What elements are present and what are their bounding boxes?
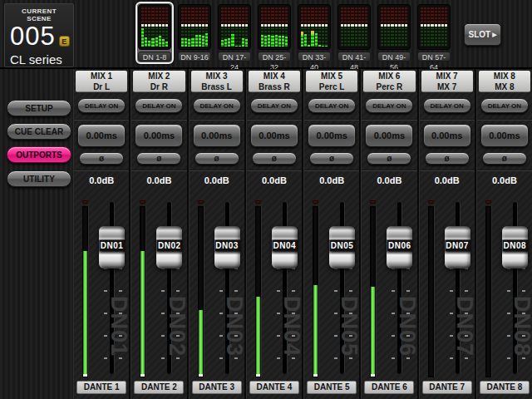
delay-on-button[interactable]: DELAY ON <box>480 98 529 113</box>
channel-meter <box>198 206 204 377</box>
channel-watermark: DN03 <box>224 296 245 379</box>
port-label-button[interactable]: DANTE 1 <box>76 381 126 394</box>
delay-on-button[interactable]: DELAY ON <box>308 98 356 113</box>
top-bar: CURRENT SCENE 005 E CL series DN 1-8 DN … <box>0 0 532 69</box>
meter-column <box>347 7 350 47</box>
peak-tip <box>301 32 303 35</box>
phase-button[interactable]: ø <box>482 152 527 165</box>
port-label-button[interactable]: DANTE 6 <box>364 381 414 394</box>
meter-block[interactable]: DN 17-24 <box>215 2 254 64</box>
meter-block[interactable]: DN 1-8 <box>135 2 174 64</box>
cue-clear-button[interactable]: CUE CLEAR <box>7 123 71 140</box>
delay-time-button[interactable]: 0.00ms <box>308 124 356 147</box>
meter-zone-white <box>165 24 168 27</box>
delay-on-button[interactable]: DELAY ON <box>77 98 126 113</box>
setup-button[interactable]: SETUP <box>7 100 71 116</box>
meter-column <box>261 7 264 47</box>
meter-column <box>424 7 426 47</box>
section-divider <box>190 170 244 171</box>
fader-knob[interactable]: DN07 <box>445 226 470 268</box>
meter-zone-white <box>191 24 194 27</box>
fader-knob[interactable]: DN02 <box>156 226 182 268</box>
meter-bank: DN 1-8 DN 9-16 DN 17-24 DN 25-32 DN 33-4… <box>135 2 453 64</box>
utility-button[interactable]: UTILITY <box>7 170 71 187</box>
phase-button[interactable]: ø <box>425 152 470 165</box>
current-scene-panel[interactable]: CURRENT SCENE 005 E CL series <box>4 3 74 67</box>
meter-block[interactable]: DN 57-64 <box>415 2 453 64</box>
phase-button[interactable]: ø <box>252 152 297 165</box>
clip-indicator <box>255 200 261 204</box>
meter-zone-white <box>271 24 273 27</box>
channel-name-button[interactable]: MIX 5 Perc L <box>306 71 357 92</box>
channel-name-button[interactable]: MIX 6 Perc R <box>363 71 415 92</box>
channel-name-button[interactable]: MIX 2 Dr R <box>133 71 185 92</box>
delay-on-button[interactable]: DELAY ON <box>423 98 471 113</box>
channel-name-button[interactable]: MIX 4 Brass R <box>249 71 300 92</box>
meter-block[interactable]: DN 33-40 <box>295 2 333 64</box>
meter-block[interactable]: DN 41-48 <box>335 2 373 64</box>
meter-zone-green <box>271 27 273 47</box>
meter-zone-green <box>401 27 404 47</box>
delay-time-button[interactable]: 0.00ms <box>193 124 241 147</box>
channel-name-button[interactable]: MIX 7 MX 7 <box>421 71 473 92</box>
channel-number-label: MIX 4 <box>249 71 300 81</box>
phase-button[interactable]: ø <box>195 152 239 165</box>
meter-zone-green <box>308 27 310 47</box>
delay-time-button[interactable]: 0.00ms <box>480 124 529 147</box>
meter-zone-white <box>285 24 288 27</box>
port-label-button[interactable]: DANTE 3 <box>192 381 242 394</box>
phase-button[interactable]: ø <box>309 152 354 165</box>
meter-column <box>145 7 147 47</box>
delay-time-button[interactable]: 0.00ms <box>365 124 413 147</box>
fader-knob[interactable]: DN03 <box>214 226 240 268</box>
delay-time-button[interactable]: 0.00ms <box>135 124 183 147</box>
phase-button[interactable]: ø <box>79 152 124 165</box>
meter-zone-green <box>268 27 270 47</box>
meter-zone-green <box>261 27 264 47</box>
port-label-button[interactable]: DANTE 5 <box>307 381 357 394</box>
delay-on-button[interactable]: DELAY ON <box>250 98 298 113</box>
delay-on-button[interactable]: DELAY ON <box>193 98 241 113</box>
port-label-button[interactable]: DANTE 8 <box>480 381 530 394</box>
section-divider <box>362 119 416 121</box>
meter-zone-red <box>445 7 447 23</box>
fader-knob[interactable]: DN01 <box>99 226 125 268</box>
meter-zone-white <box>325 24 328 27</box>
meter-column <box>405 7 407 47</box>
console-model-label: CL series <box>10 52 70 66</box>
channel-name-button[interactable]: MIX 8 MX 8 <box>479 71 530 92</box>
channel-name-button[interactable]: MIX 1 Dr L <box>76 71 127 92</box>
meter-block[interactable]: DN 9-16 <box>175 2 214 64</box>
delay-time-button[interactable]: 0.00ms <box>250 124 298 147</box>
meter-zone-white <box>391 24 393 27</box>
port-label-button[interactable]: DANTE 4 <box>249 381 299 394</box>
delay-time-button[interactable]: 0.00ms <box>77 124 126 147</box>
clip-indicator <box>82 200 88 204</box>
meter-zone-red <box>245 7 248 23</box>
meter-column-fill <box>195 35 198 47</box>
meter-box <box>178 4 211 50</box>
delay-time-button[interactable]: 0.00ms <box>423 124 471 147</box>
meter-block[interactable]: DN 25-32 <box>255 2 293 64</box>
meter-block-label: DN 33-40 <box>298 52 331 62</box>
meter-zone-red <box>162 7 165 23</box>
port-label-button[interactable]: DANTE 7 <box>422 381 472 394</box>
outports-button[interactable]: OUTPORTS <box>7 146 71 163</box>
meter-column-fill <box>245 39 248 47</box>
channel-name-button[interactable]: MIX 3 Brass L <box>191 71 243 92</box>
fader-knob[interactable]: DN04 <box>272 226 298 268</box>
fader-knob[interactable]: DN05 <box>329 226 355 268</box>
slot-button[interactable]: SLOT ▶ <box>464 23 501 46</box>
phase-button[interactable]: ø <box>367 152 411 165</box>
meter-zone-red <box>405 7 407 23</box>
delay-on-button[interactable]: DELAY ON <box>135 98 183 113</box>
meter-zone-red <box>381 7 383 23</box>
delay-on-button[interactable]: DELAY ON <box>365 98 413 113</box>
phase-button[interactable]: ø <box>136 152 181 165</box>
fader-knob[interactable]: DN06 <box>387 226 412 268</box>
port-label-button[interactable]: DANTE 2 <box>134 381 184 394</box>
meter-zone-white <box>188 24 190 27</box>
meter-block[interactable]: DN 49-56 <box>375 2 413 64</box>
channel-strip: MIX 1 Dr L DELAY ON 0.00ms ø 0.0dB DN01 … <box>73 69 129 399</box>
fader-knob[interactable]: DN08 <box>502 226 528 268</box>
